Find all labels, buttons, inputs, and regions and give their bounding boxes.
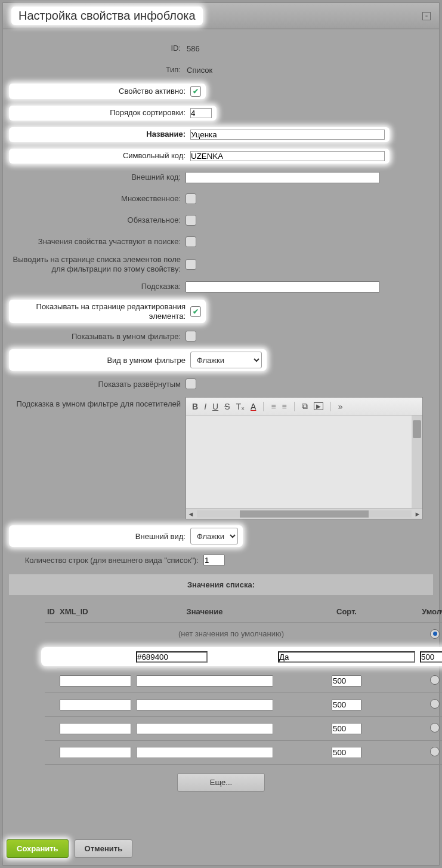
id-label: ID: [9, 44, 186, 53]
value-input[interactable] [136, 699, 273, 710]
xml-id-input[interactable] [136, 651, 208, 663]
active-checkbox[interactable] [190, 86, 201, 97]
default-radio[interactable] [430, 699, 440, 709]
ext-code-label: Внешний код: [9, 173, 186, 182]
id-value: 586 [186, 44, 200, 53]
hint-label: Подсказка: [9, 282, 186, 291]
hint-input[interactable] [186, 281, 380, 293]
vertical-scrollbar[interactable] [412, 415, 422, 508]
xml-id-input[interactable] [60, 675, 131, 687]
show-smart-label: Показывать в умном фильтре: [9, 332, 186, 341]
expanded-label: Показать развёрнутым [9, 380, 186, 389]
section-header-values: Значения списка: [9, 574, 433, 595]
horizontal-scrollbar[interactable]: ◄ ► [186, 508, 422, 519]
required-label: Обязательное: [9, 216, 186, 225]
link-icon[interactable]: ⧉ [302, 401, 308, 411]
required-checkbox[interactable] [186, 215, 196, 226]
search-checkbox[interactable] [186, 236, 196, 247]
dialog: Настройка свойства инфоблока ▫ ID: 586 Т… [2, 2, 440, 866]
xml-id-input[interactable] [60, 699, 131, 710]
show-edit-label: Показывать на странице редактирования эл… [14, 302, 190, 321]
close-icon[interactable]: ▫ [422, 12, 431, 20]
titlebar: Настройка свойства инфоблока ▫ [3, 3, 439, 29]
code-label: Символьный код: [14, 151, 190, 161]
underline-icon[interactable]: U [212, 402, 218, 411]
col-def: Умолч. [418, 601, 442, 623]
value-input[interactable] [136, 675, 273, 687]
rich-editor: B I U S Tₓ A ≡ ≡ ⧉ ▶ » [186, 397, 423, 519]
no-default-text: (нет значения по умолчанию) [178, 629, 284, 638]
smart-view-label: Вид в умном фильтре [14, 356, 190, 365]
italic-icon[interactable]: I [204, 402, 206, 411]
table-row [45, 716, 442, 740]
filter-list-checkbox[interactable] [186, 259, 196, 270]
type-label: Тип: [9, 65, 186, 75]
more-button[interactable]: Еще... [177, 773, 265, 792]
ext-code-input[interactable] [186, 172, 380, 183]
table-row [45, 669, 442, 692]
value-input[interactable] [136, 723, 273, 734]
default-radio-none[interactable] [430, 629, 440, 639]
ext-view-label: Внешний вид: [14, 532, 190, 541]
show-smart-checkbox[interactable] [186, 331, 196, 341]
values-table: ID XML_ID Значение Сорт. Умолч. (нет зна… [45, 601, 442, 765]
default-radio[interactable] [430, 747, 440, 756]
col-id: ID [45, 601, 57, 623]
code-input[interactable] [190, 151, 385, 161]
value-input[interactable] [136, 747, 273, 758]
editor-textarea[interactable] [186, 415, 422, 508]
editor-toolbar: B I U S Tₓ A ≡ ≡ ⧉ ▶ » [186, 398, 422, 415]
strike-icon[interactable]: S [224, 402, 230, 411]
multiple-checkbox[interactable] [186, 193, 196, 204]
more-tools-icon[interactable]: » [338, 402, 343, 411]
dialog-title: Настройка свойства инфоблока [18, 9, 196, 23]
rows-input[interactable] [203, 555, 225, 566]
sort-input[interactable] [190, 108, 212, 118]
search-label: Значения свойства участвуют в поиске: [9, 237, 186, 247]
name-label: Название: [14, 130, 190, 139]
ext-view-select[interactable]: Флажки [190, 528, 238, 544]
bold-icon[interactable]: B [192, 402, 198, 411]
show-edit-checkbox[interactable] [190, 306, 201, 317]
xml-id-input[interactable] [60, 747, 131, 758]
text-color-icon[interactable]: A [251, 402, 256, 411]
table-row [45, 692, 442, 716]
footer: Сохранить Отменить [7, 839, 132, 858]
name-input[interactable] [190, 130, 385, 140]
unordered-list-icon[interactable]: ≡ [282, 402, 287, 411]
sort-input[interactable] [332, 747, 361, 758]
smart-hint-label: Подсказка в умном фильтре для посетителе… [9, 397, 186, 409]
clear-format-icon[interactable]: Tₓ [236, 402, 245, 411]
rows-label: Количество строк (для внешнего вида "спи… [9, 556, 203, 565]
multiple-label: Множественное: [9, 194, 186, 204]
sort-input[interactable] [332, 723, 361, 734]
scroll-right-icon[interactable]: ► [413, 510, 422, 518]
cancel-button[interactable]: Отменить [75, 839, 133, 858]
dialog-body: ID: 586 Тип: Список Свойство активно: По… [3, 29, 439, 799]
filter-list-label: Выводить на странице списка элементов по… [9, 255, 186, 273]
col-val: Значение [134, 601, 276, 623]
type-value: Список [186, 66, 212, 75]
col-xml: XML_ID [57, 601, 134, 623]
col-sort: Сорт. [276, 601, 418, 623]
xml-id-input[interactable] [60, 723, 131, 734]
sort-input[interactable] [332, 675, 361, 687]
sort-label: Порядок сортировки: [14, 108, 190, 118]
default-radio[interactable] [430, 675, 440, 685]
video-icon[interactable]: ▶ [314, 402, 323, 410]
save-button[interactable]: Сохранить [7, 839, 69, 858]
default-value-row: (нет значения по умолчанию) [45, 623, 442, 645]
default-radio[interactable] [430, 723, 440, 732]
scroll-left-icon[interactable]: ◄ [186, 510, 196, 518]
table-row [45, 645, 442, 669]
expanded-checkbox[interactable] [186, 378, 196, 389]
sort-input[interactable] [332, 699, 361, 710]
ordered-list-icon[interactable]: ≡ [271, 402, 276, 411]
active-label: Свойство активно: [14, 87, 190, 96]
sort-input[interactable] [420, 651, 442, 663]
smart-view-select[interactable]: Флажки [190, 352, 262, 368]
table-row [45, 740, 442, 764]
value-input[interactable] [278, 651, 415, 663]
